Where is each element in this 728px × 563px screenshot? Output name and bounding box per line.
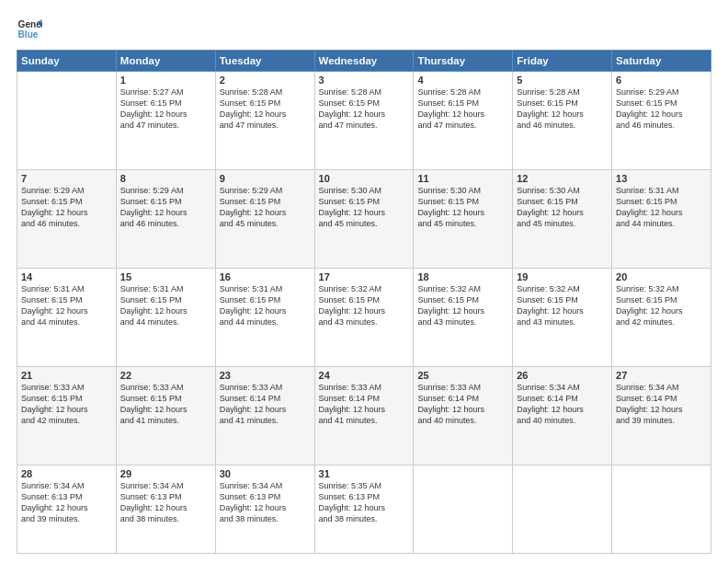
day-number: 3 [319,75,410,86]
weekday-header-friday: Friday [513,51,612,72]
calendar-cell: 22Sunrise: 5:33 AMSunset: 6:15 PMDayligh… [116,366,215,465]
weekday-header-tuesday: Tuesday [215,51,314,72]
day-number: 27 [616,370,707,381]
calendar-cell: 3Sunrise: 5:28 AMSunset: 6:15 PMDaylight… [314,72,414,170]
calendar-cell: 18Sunrise: 5:32 AMSunset: 6:15 PMDayligh… [414,268,513,366]
calendar-cell [513,465,612,553]
day-info: Sunrise: 5:30 AMSunset: 6:15 PMDaylight:… [517,185,608,230]
day-number: 26 [517,370,608,381]
day-info: Sunrise: 5:33 AMSunset: 6:14 PMDaylight:… [417,382,508,427]
calendar-cell [414,465,513,553]
calendar-cell: 26Sunrise: 5:34 AMSunset: 6:14 PMDayligh… [513,366,612,465]
day-info: Sunrise: 5:34 AMSunset: 6:14 PMDaylight:… [616,382,707,427]
day-info: Sunrise: 5:33 AMSunset: 6:14 PMDaylight:… [319,382,410,427]
calendar-cell: 25Sunrise: 5:33 AMSunset: 6:14 PMDayligh… [414,366,513,465]
calendar-cell: 10Sunrise: 5:30 AMSunset: 6:15 PMDayligh… [314,169,414,268]
day-info: Sunrise: 5:32 AMSunset: 6:15 PMDaylight:… [417,283,508,328]
calendar-cell [17,72,117,170]
day-number: 28 [21,468,112,479]
day-info: Sunrise: 5:29 AMSunset: 6:15 PMDaylight:… [21,185,112,230]
calendar-cell: 29Sunrise: 5:34 AMSunset: 6:13 PMDayligh… [116,465,215,553]
calendar-cell: 7Sunrise: 5:29 AMSunset: 6:15 PMDaylight… [17,169,117,268]
day-info: Sunrise: 5:31 AMSunset: 6:15 PMDaylight:… [220,283,311,328]
calendar-cell: 16Sunrise: 5:31 AMSunset: 6:15 PMDayligh… [215,268,314,366]
calendar-cell: 4Sunrise: 5:28 AMSunset: 6:15 PMDaylight… [414,72,513,170]
day-info: Sunrise: 5:34 AMSunset: 6:14 PMDaylight:… [517,382,608,427]
day-number: 1 [120,75,211,86]
day-info: Sunrise: 5:30 AMSunset: 6:15 PMDaylight:… [319,185,410,230]
day-number: 7 [21,173,112,184]
day-number: 22 [120,370,211,381]
weekday-header-wednesday: Wednesday [314,51,414,72]
day-info: Sunrise: 5:31 AMSunset: 6:15 PMDaylight:… [21,283,112,328]
day-number: 14 [21,271,112,282]
day-number: 31 [319,468,410,479]
day-info: Sunrise: 5:29 AMSunset: 6:15 PMDaylight:… [220,185,311,230]
day-info: Sunrise: 5:31 AMSunset: 6:15 PMDaylight:… [120,283,211,328]
calendar-cell: 30Sunrise: 5:34 AMSunset: 6:13 PMDayligh… [215,465,314,553]
day-info: Sunrise: 5:32 AMSunset: 6:15 PMDaylight:… [517,283,608,328]
day-info: Sunrise: 5:34 AMSunset: 6:13 PMDaylight:… [21,480,112,525]
calendar-cell: 17Sunrise: 5:32 AMSunset: 6:15 PMDayligh… [314,268,414,366]
header: General Blue [17,17,711,42]
day-info: Sunrise: 5:31 AMSunset: 6:15 PMDaylight:… [616,185,707,230]
day-number: 10 [319,173,410,184]
day-number: 17 [319,271,410,282]
day-info: Sunrise: 5:30 AMSunset: 6:15 PMDaylight:… [417,185,508,230]
day-number: 21 [21,370,112,381]
calendar-cell: 12Sunrise: 5:30 AMSunset: 6:15 PMDayligh… [513,169,612,268]
weekday-header-thursday: Thursday [414,51,513,72]
day-number: 29 [120,468,211,479]
calendar-cell: 27Sunrise: 5:34 AMSunset: 6:14 PMDayligh… [612,366,711,465]
day-number: 13 [616,173,707,184]
day-info: Sunrise: 5:28 AMSunset: 6:15 PMDaylight:… [517,86,608,132]
day-number: 5 [517,75,608,86]
day-info: Sunrise: 5:33 AMSunset: 6:15 PMDaylight:… [21,382,112,427]
svg-text:Blue: Blue [18,29,39,40]
calendar-cell: 14Sunrise: 5:31 AMSunset: 6:15 PMDayligh… [17,268,117,366]
calendar-cell: 31Sunrise: 5:35 AMSunset: 6:13 PMDayligh… [314,465,414,553]
day-info: Sunrise: 5:35 AMSunset: 6:13 PMDaylight:… [319,480,410,525]
day-info: Sunrise: 5:29 AMSunset: 6:15 PMDaylight:… [616,86,707,132]
day-number: 8 [120,173,211,184]
day-info: Sunrise: 5:29 AMSunset: 6:15 PMDaylight:… [120,185,211,230]
calendar-cell: 6Sunrise: 5:29 AMSunset: 6:15 PMDaylight… [612,72,711,170]
day-number: 23 [220,370,311,381]
weekday-header-monday: Monday [116,51,215,72]
calendar-cell: 23Sunrise: 5:33 AMSunset: 6:14 PMDayligh… [215,366,314,465]
calendar-table: SundayMondayTuesdayWednesdayThursdayFrid… [17,50,711,554]
day-number: 11 [417,173,508,184]
weekday-header-row: SundayMondayTuesdayWednesdayThursdayFrid… [17,51,711,72]
day-number: 15 [120,271,211,282]
day-number: 9 [220,173,311,184]
day-info: Sunrise: 5:32 AMSunset: 6:15 PMDaylight:… [616,283,707,328]
day-info: Sunrise: 5:34 AMSunset: 6:13 PMDaylight:… [120,480,211,525]
day-number: 19 [517,271,608,282]
calendar-cell: 9Sunrise: 5:29 AMSunset: 6:15 PMDaylight… [215,169,314,268]
calendar-cell: 24Sunrise: 5:33 AMSunset: 6:14 PMDayligh… [314,366,414,465]
day-number: 16 [220,271,311,282]
day-number: 6 [616,75,707,86]
calendar-cell: 11Sunrise: 5:30 AMSunset: 6:15 PMDayligh… [414,169,513,268]
day-info: Sunrise: 5:33 AMSunset: 6:15 PMDaylight:… [120,382,211,427]
logo-icon: General Blue [17,17,42,42]
calendar-cell: 19Sunrise: 5:32 AMSunset: 6:15 PMDayligh… [513,268,612,366]
day-number: 12 [517,173,608,184]
calendar-cell: 15Sunrise: 5:31 AMSunset: 6:15 PMDayligh… [116,268,215,366]
calendar-cell: 2Sunrise: 5:28 AMSunset: 6:15 PMDaylight… [215,72,314,170]
calendar-cell: 28Sunrise: 5:34 AMSunset: 6:13 PMDayligh… [17,465,117,553]
calendar-cell [612,465,711,553]
day-info: Sunrise: 5:28 AMSunset: 6:15 PMDaylight:… [417,86,508,132]
day-number: 2 [220,75,311,86]
calendar-cell: 20Sunrise: 5:32 AMSunset: 6:15 PMDayligh… [612,268,711,366]
calendar-page: General Blue SundayMondayTuesdayWednesda… [0,0,728,563]
day-info: Sunrise: 5:34 AMSunset: 6:13 PMDaylight:… [220,480,311,525]
weekday-header-sunday: Sunday [17,51,117,72]
day-number: 24 [319,370,410,381]
day-number: 30 [220,468,311,479]
logo: General Blue [17,17,42,42]
day-info: Sunrise: 5:33 AMSunset: 6:14 PMDaylight:… [220,382,311,427]
day-number: 18 [417,271,508,282]
calendar-cell: 21Sunrise: 5:33 AMSunset: 6:15 PMDayligh… [17,366,117,465]
calendar-cell: 5Sunrise: 5:28 AMSunset: 6:15 PMDaylight… [513,72,612,170]
